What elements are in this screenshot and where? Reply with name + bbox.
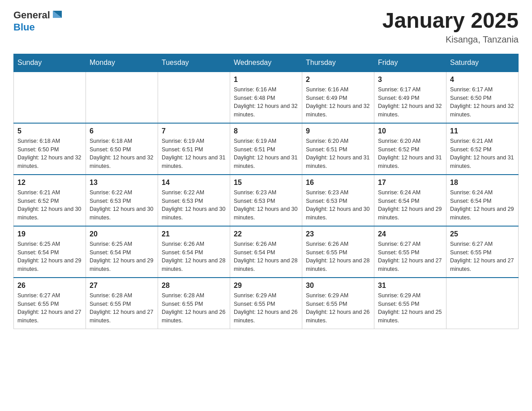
- calendar-day-cell: 31Sunrise: 6:29 AMSunset: 6:55 PMDayligh…: [374, 278, 446, 329]
- calendar-header-cell: Saturday: [446, 54, 519, 72]
- day-number: 10: [378, 127, 442, 135]
- day-info: Sunrise: 6:28 AMSunset: 6:55 PMDaylight:…: [162, 291, 226, 325]
- day-number: 6: [90, 127, 154, 135]
- day-info: Sunrise: 6:26 AMSunset: 6:54 PMDaylight:…: [162, 240, 226, 274]
- calendar-day-cell: 13Sunrise: 6:22 AMSunset: 6:53 PMDayligh…: [86, 175, 158, 226]
- month-title: January 2025: [382, 9, 519, 33]
- day-info: Sunrise: 6:25 AMSunset: 6:54 PMDaylight:…: [17, 240, 82, 274]
- day-number: 9: [306, 127, 370, 135]
- day-number: 4: [450, 76, 515, 84]
- day-info: Sunrise: 6:20 AMSunset: 6:51 PMDaylight:…: [306, 137, 370, 171]
- calendar-header-row: SundayMondayTuesdayWednesdayThursdayFrid…: [14, 54, 519, 72]
- day-info: Sunrise: 6:27 AMSunset: 6:55 PMDaylight:…: [450, 240, 515, 274]
- calendar-day-cell: 1Sunrise: 6:16 AMSunset: 6:48 PMDaylight…: [230, 72, 302, 123]
- calendar-week-row: 12Sunrise: 6:21 AMSunset: 6:52 PMDayligh…: [14, 175, 519, 226]
- calendar-day-cell: 16Sunrise: 6:23 AMSunset: 6:53 PMDayligh…: [302, 175, 374, 226]
- logo-text-general: General: [13, 9, 50, 21]
- day-info: Sunrise: 6:28 AMSunset: 6:55 PMDaylight:…: [90, 291, 154, 325]
- calendar-day-cell: 2Sunrise: 6:16 AMSunset: 6:49 PMDaylight…: [302, 72, 374, 123]
- day-number: 25: [450, 230, 515, 238]
- calendar-day-cell: 27Sunrise: 6:28 AMSunset: 6:55 PMDayligh…: [86, 278, 158, 329]
- calendar-header-cell: Monday: [86, 54, 158, 72]
- calendar-day-cell: 26Sunrise: 6:27 AMSunset: 6:55 PMDayligh…: [14, 278, 86, 329]
- day-number: 16: [306, 179, 370, 187]
- location-subtitle: Kisanga, Tanzania: [382, 34, 519, 45]
- calendar-day-cell: 20Sunrise: 6:25 AMSunset: 6:54 PMDayligh…: [86, 226, 158, 278]
- calendar-day-cell: 22Sunrise: 6:26 AMSunset: 6:54 PMDayligh…: [230, 226, 302, 278]
- calendar-day-cell: 15Sunrise: 6:23 AMSunset: 6:53 PMDayligh…: [230, 175, 302, 226]
- day-number: 14: [162, 179, 226, 187]
- calendar-day-cell: 25Sunrise: 6:27 AMSunset: 6:55 PMDayligh…: [446, 226, 519, 278]
- day-number: 20: [90, 230, 154, 238]
- day-number: 17: [378, 179, 442, 187]
- calendar-day-cell: [14, 72, 86, 123]
- day-number: 1: [234, 76, 298, 84]
- calendar-day-cell: 30Sunrise: 6:29 AMSunset: 6:55 PMDayligh…: [302, 278, 374, 329]
- calendar-week-row: 5Sunrise: 6:18 AMSunset: 6:50 PMDaylight…: [14, 123, 519, 175]
- day-number: 3: [378, 76, 442, 84]
- day-info: Sunrise: 6:29 AMSunset: 6:55 PMDaylight:…: [378, 291, 442, 325]
- calendar-day-cell: 5Sunrise: 6:18 AMSunset: 6:50 PMDaylight…: [14, 123, 86, 175]
- day-info: Sunrise: 6:18 AMSunset: 6:50 PMDaylight:…: [90, 137, 154, 171]
- calendar-day-cell: 19Sunrise: 6:25 AMSunset: 6:54 PMDayligh…: [14, 226, 86, 278]
- day-number: 8: [234, 127, 298, 135]
- calendar-header-cell: Friday: [374, 54, 446, 72]
- day-info: Sunrise: 6:23 AMSunset: 6:53 PMDaylight:…: [234, 188, 298, 222]
- day-info: Sunrise: 6:17 AMSunset: 6:49 PMDaylight:…: [378, 86, 442, 119]
- day-number: 12: [17, 179, 82, 187]
- day-info: Sunrise: 6:27 AMSunset: 6:55 PMDaylight:…: [17, 291, 82, 325]
- calendar-header-cell: Wednesday: [230, 54, 302, 72]
- day-info: Sunrise: 6:21 AMSunset: 6:52 PMDaylight:…: [450, 137, 515, 171]
- calendar-day-cell: [86, 72, 158, 123]
- calendar-day-cell: [158, 72, 230, 123]
- day-number: 15: [234, 179, 298, 187]
- day-info: Sunrise: 6:20 AMSunset: 6:52 PMDaylight:…: [378, 137, 442, 171]
- day-number: 21: [162, 230, 226, 238]
- day-number: 5: [17, 127, 82, 135]
- calendar-day-cell: 7Sunrise: 6:19 AMSunset: 6:51 PMDaylight…: [158, 123, 230, 175]
- calendar-day-cell: 24Sunrise: 6:27 AMSunset: 6:55 PMDayligh…: [374, 226, 446, 278]
- day-number: 30: [306, 282, 370, 290]
- day-number: 2: [306, 76, 370, 84]
- day-info: Sunrise: 6:18 AMSunset: 6:50 PMDaylight:…: [17, 137, 82, 171]
- logo: General Blue: [13, 9, 64, 33]
- calendar-day-cell: 29Sunrise: 6:29 AMSunset: 6:55 PMDayligh…: [230, 278, 302, 329]
- day-number: 19: [17, 230, 82, 238]
- calendar-week-row: 19Sunrise: 6:25 AMSunset: 6:54 PMDayligh…: [14, 226, 519, 278]
- day-number: 26: [17, 282, 82, 290]
- day-info: Sunrise: 6:19 AMSunset: 6:51 PMDaylight:…: [234, 137, 298, 171]
- day-number: 13: [90, 179, 154, 187]
- day-info: Sunrise: 6:19 AMSunset: 6:51 PMDaylight:…: [162, 137, 226, 171]
- calendar-header-cell: Sunday: [14, 54, 86, 72]
- day-number: 22: [234, 230, 298, 238]
- calendar-header-cell: Tuesday: [158, 54, 230, 72]
- day-info: Sunrise: 6:29 AMSunset: 6:55 PMDaylight:…: [234, 291, 298, 325]
- calendar-week-row: 26Sunrise: 6:27 AMSunset: 6:55 PMDayligh…: [14, 278, 519, 329]
- day-number: 29: [234, 282, 298, 290]
- calendar-day-cell: 11Sunrise: 6:21 AMSunset: 6:52 PMDayligh…: [446, 123, 519, 175]
- day-info: Sunrise: 6:23 AMSunset: 6:53 PMDaylight:…: [306, 188, 370, 222]
- day-info: Sunrise: 6:29 AMSunset: 6:55 PMDaylight:…: [306, 291, 370, 325]
- day-info: Sunrise: 6:24 AMSunset: 6:54 PMDaylight:…: [378, 188, 442, 222]
- calendar-day-cell: 6Sunrise: 6:18 AMSunset: 6:50 PMDaylight…: [86, 123, 158, 175]
- day-info: Sunrise: 6:21 AMSunset: 6:52 PMDaylight:…: [17, 188, 82, 222]
- day-number: 27: [90, 282, 154, 290]
- day-info: Sunrise: 6:25 AMSunset: 6:54 PMDaylight:…: [90, 240, 154, 274]
- day-info: Sunrise: 6:16 AMSunset: 6:48 PMDaylight:…: [234, 86, 298, 119]
- day-info: Sunrise: 6:24 AMSunset: 6:54 PMDaylight:…: [450, 188, 515, 222]
- logo-text-blue: Blue: [13, 21, 35, 33]
- calendar-day-cell: 17Sunrise: 6:24 AMSunset: 6:54 PMDayligh…: [374, 175, 446, 226]
- calendar-header-cell: Thursday: [302, 54, 374, 72]
- day-info: Sunrise: 6:22 AMSunset: 6:53 PMDaylight:…: [90, 188, 154, 222]
- calendar-day-cell: 8Sunrise: 6:19 AMSunset: 6:51 PMDaylight…: [230, 123, 302, 175]
- calendar-day-cell: 14Sunrise: 6:22 AMSunset: 6:53 PMDayligh…: [158, 175, 230, 226]
- day-number: 7: [162, 127, 226, 135]
- calendar-day-cell: 3Sunrise: 6:17 AMSunset: 6:49 PMDaylight…: [374, 72, 446, 123]
- day-info: Sunrise: 6:22 AMSunset: 6:53 PMDaylight:…: [162, 188, 226, 222]
- calendar-day-cell: 23Sunrise: 6:26 AMSunset: 6:55 PMDayligh…: [302, 226, 374, 278]
- day-number: 18: [450, 179, 515, 187]
- calendar-day-cell: 9Sunrise: 6:20 AMSunset: 6:51 PMDaylight…: [302, 123, 374, 175]
- calendar-day-cell: 28Sunrise: 6:28 AMSunset: 6:55 PMDayligh…: [158, 278, 230, 329]
- day-info: Sunrise: 6:16 AMSunset: 6:49 PMDaylight:…: [306, 86, 370, 119]
- calendar-day-cell: 18Sunrise: 6:24 AMSunset: 6:54 PMDayligh…: [446, 175, 519, 226]
